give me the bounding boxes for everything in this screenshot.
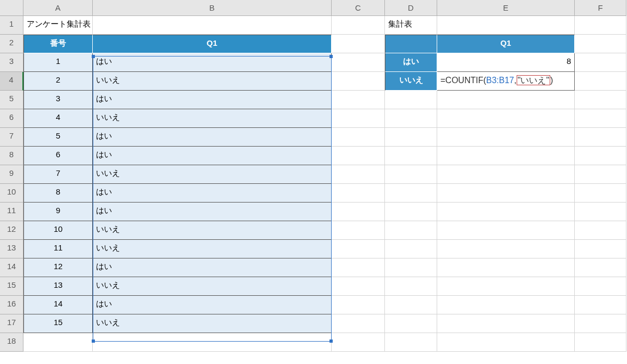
cell-E13[interactable] [437,240,575,258]
survey-q1[interactable]: はい [93,91,332,109]
cell-D10[interactable] [385,184,437,203]
cell-C17[interactable] [332,314,385,333]
row-header[interactable]: 7 [0,128,23,147]
row-header[interactable]: 2 [0,35,23,53]
survey-header-number[interactable]: 番号 [23,35,93,53]
survey-q1[interactable]: いいえ [93,314,332,333]
col-header-D[interactable]: D [385,0,437,16]
cell-C6[interactable] [332,109,385,128]
row-header[interactable]: 1 [0,16,23,35]
cell-E16[interactable] [437,296,575,314]
col-header-C[interactable]: C [332,0,385,16]
cell-F3[interactable] [575,53,626,72]
cell-F16[interactable] [575,296,626,314]
row-header[interactable]: 17 [0,314,23,333]
cell-D1[interactable]: 集計表 [385,16,437,35]
cell-C1[interactable] [332,16,385,35]
row-header[interactable]: 11 [0,203,23,221]
survey-num[interactable]: 3 [23,91,93,109]
row-header[interactable]: 3 [0,53,23,72]
summary-yes-label[interactable]: はい [385,53,437,72]
cell-A18[interactable] [23,333,93,352]
cell-F7[interactable] [575,128,626,147]
cell-D11[interactable] [385,203,437,221]
survey-num[interactable]: 1 [23,53,93,72]
row-header[interactable]: 18 [0,333,23,352]
cell-D9[interactable] [385,165,437,184]
cell-C16[interactable] [332,296,385,314]
cell-E6[interactable] [437,109,575,128]
cell-C13[interactable] [332,240,385,258]
cell-C3[interactable] [332,53,385,72]
cell-D6[interactable] [385,109,437,128]
summary-no-formula-cell[interactable]: =COUNTIF(B3:B17,"いいえ") [437,72,575,91]
cell-F4[interactable] [575,72,626,91]
cell-E18[interactable] [437,333,575,352]
survey-q1[interactable]: はい [93,128,332,147]
row-header[interactable]: 9 [0,165,23,184]
row-header[interactable]: 13 [0,240,23,258]
survey-q1[interactable]: いいえ [93,240,332,258]
survey-num[interactable]: 2 [23,72,93,91]
cell-F9[interactable] [575,165,626,184]
cell-C15[interactable] [332,277,385,296]
cell-F6[interactable] [575,109,626,128]
cell-D17[interactable] [385,314,437,333]
cell-F8[interactable] [575,147,626,165]
cell-F18[interactable] [575,333,626,352]
cell-F10[interactable] [575,184,626,203]
cell-D12[interactable] [385,221,437,240]
cell-D8[interactable] [385,147,437,165]
cell-E12[interactable] [437,221,575,240]
cell-D18[interactable] [385,333,437,352]
survey-q1[interactable]: いいえ [93,221,332,240]
cell-F13[interactable] [575,240,626,258]
survey-num[interactable]: 4 [23,109,93,128]
survey-q1[interactable]: はい [93,296,332,314]
cell-E11[interactable] [437,203,575,221]
survey-num[interactable]: 11 [23,240,93,258]
col-header-E[interactable]: E [437,0,575,16]
col-header-F[interactable]: F [575,0,626,16]
cell-D15[interactable] [385,277,437,296]
cell-C2[interactable] [332,35,385,53]
row-header[interactable]: 14 [0,258,23,277]
cell-C11[interactable] [332,203,385,221]
survey-q1[interactable]: はい [93,147,332,165]
cell-E14[interactable] [437,258,575,277]
row-header[interactable]: 12 [0,221,23,240]
cell-F14[interactable] [575,258,626,277]
cell-E7[interactable] [437,128,575,147]
survey-q1[interactable]: いいえ [93,277,332,296]
cell-C4[interactable] [332,72,385,91]
survey-q1[interactable]: いいえ [93,165,332,184]
survey-num[interactable]: 15 [23,314,93,333]
summary-header-blank[interactable] [385,35,437,53]
row-header[interactable]: 4 [0,72,23,91]
survey-num[interactable]: 10 [23,221,93,240]
cell-D5[interactable] [385,91,437,109]
row-header[interactable]: 16 [0,296,23,314]
cell-C5[interactable] [332,91,385,109]
select-all-corner[interactable] [0,0,23,16]
cell-C14[interactable] [332,258,385,277]
cell-C12[interactable] [332,221,385,240]
cell-B1[interactable] [93,16,332,35]
cell-F12[interactable] [575,221,626,240]
cell-F11[interactable] [575,203,626,221]
cell-D16[interactable] [385,296,437,314]
cell-F1[interactable] [575,16,626,35]
survey-num[interactable]: 9 [23,203,93,221]
cell-F17[interactable] [575,314,626,333]
cell-E1[interactable] [437,16,575,35]
survey-num[interactable]: 5 [23,128,93,147]
cell-E8[interactable] [437,147,575,165]
summary-no-label[interactable]: いいえ [385,72,437,91]
cell-D7[interactable] [385,128,437,147]
cell-F15[interactable] [575,277,626,296]
survey-q1[interactable]: はい [93,184,332,203]
row-header[interactable]: 8 [0,147,23,165]
summary-header-q1[interactable]: Q1 [437,35,575,53]
survey-q1[interactable]: いいえ [93,72,332,91]
survey-q1[interactable]: はい [93,203,332,221]
